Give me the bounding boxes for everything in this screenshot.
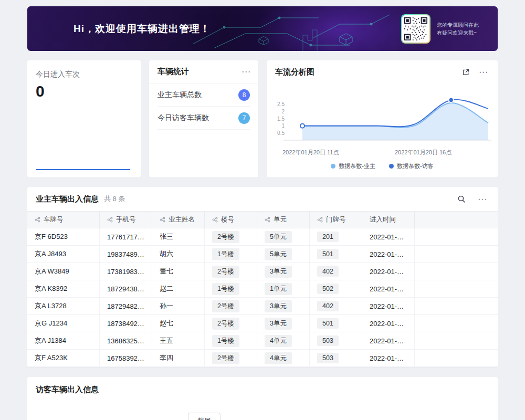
qr-caption-line2: 有疑问欢迎来戳~ xyxy=(437,29,479,37)
more-ellipsis-icon[interactable]: ⋯ xyxy=(242,67,251,76)
table-cell-empty xyxy=(415,263,498,280)
cell-tag: 402 xyxy=(317,301,339,311)
table-cell: 2022-01-… xyxy=(362,228,415,245)
cell-tag: 3单元 xyxy=(265,318,292,330)
table-cell: 16758392… xyxy=(100,350,152,366)
table-row: 京A L372818729482…孙一2号楼3单元4022022-01-… xyxy=(27,298,498,315)
x-axis-label-end: 2022年01月20日 16点 xyxy=(395,149,452,156)
owner-total-badge: 8 xyxy=(238,89,250,101)
table-cell: 京F A523K xyxy=(27,350,100,366)
legend-dot-icon xyxy=(331,164,335,169)
table-cell: 京A J8493 xyxy=(27,246,100,262)
welcome-banner: Hi，欢迎使用车辆进出管理！ 您的专属顾问在此 有疑问欢迎来戳~ xyxy=(27,6,498,51)
table-cell: 4单元 xyxy=(257,350,310,366)
table-cell: 501 xyxy=(310,246,362,262)
field-type-icon xyxy=(107,217,113,223)
table-cell: 2号楼 xyxy=(205,315,257,332)
owner-table-title: 业主车辆出入信息 xyxy=(36,194,99,204)
field-type-icon xyxy=(35,217,40,223)
chart-more-ellipsis-icon[interactable]: ⋯ xyxy=(478,66,489,78)
table-cell: 1单元 xyxy=(257,280,310,297)
consultant-qr-code[interactable] xyxy=(401,14,430,44)
table-row: 京A K839218729438…赵二1号楼1单元5022022-01-… xyxy=(27,280,498,298)
cell-tag: 501 xyxy=(317,249,339,259)
table-more-ellipsis-icon[interactable]: ⋯ xyxy=(477,193,488,205)
table-cell-empty xyxy=(415,350,498,366)
column-header-empty xyxy=(415,212,498,228)
legend-dot-icon xyxy=(389,164,394,169)
table-cell: 4单元 xyxy=(257,332,310,349)
table-cell: 17761717… xyxy=(100,228,152,245)
table-cell: 502 xyxy=(310,280,362,297)
y-tick-label: 2.5 xyxy=(277,101,285,107)
cell-tag: 5单元 xyxy=(265,248,292,260)
vehicle-stats-title: 车辆统计 xyxy=(158,67,189,77)
table-cell: 2022-01-… xyxy=(362,246,415,262)
column-header-label: 单元 xyxy=(274,215,287,224)
column-header-label: 门牌号 xyxy=(326,215,346,224)
table-cell-empty xyxy=(415,315,498,332)
stat-label: 今日访客车辆数 xyxy=(158,113,209,123)
cell-tag: 402 xyxy=(317,266,339,277)
table-cell: 张三 xyxy=(152,228,205,245)
column-header-label: 手机号 xyxy=(116,215,136,224)
visitor-vehicle-table-card: 访客车辆出入信息 截屏 xyxy=(27,377,498,420)
table-cell: 201 xyxy=(310,228,362,245)
column-header-label: 进入时间 xyxy=(370,215,396,224)
table-row: 京F 6D52317761717…张三2号楼5单元2012022-01-… xyxy=(27,228,498,246)
cell-tag: 502 xyxy=(317,284,339,294)
table-cell: 董七 xyxy=(152,263,205,280)
cell-tag: 2号楼 xyxy=(212,266,239,278)
table-cell: 京A W3849 xyxy=(27,263,100,280)
today-entries-label: 今日进入车次 xyxy=(36,70,80,79)
column-header-label: 楼号 xyxy=(221,215,234,224)
table-cell: 2号楼 xyxy=(205,263,257,280)
table-cell-empty xyxy=(415,298,498,314)
table-cell: 19837489… xyxy=(100,246,152,262)
table-cell: 赵七 xyxy=(152,315,205,332)
column-header: 门牌号 xyxy=(310,212,362,228)
table-cell: 5单元 xyxy=(257,228,310,245)
legend-label: 数据条数-业主 xyxy=(339,162,375,170)
table-cell: 3单元 xyxy=(257,315,310,332)
owner-vehicle-table-card: 业主车辆出入信息 共 8 条 ⋯ 车牌号手机号业主姓名楼号单元门牌号进入时间 京… xyxy=(27,187,498,367)
cell-tag: 1号楼 xyxy=(212,335,239,347)
table-cell: 503 xyxy=(310,332,362,349)
chart-legend: 数据条数-业主数据条数-访客 xyxy=(267,162,498,170)
cell-tag: 2号楼 xyxy=(212,352,239,364)
search-icon[interactable] xyxy=(456,193,467,205)
owner-table-body: 京F 6D52317761717…张三2号楼5单元2012022-01-…京A … xyxy=(27,228,498,367)
stat-item-visitor-today: 今日访客车辆数 7 xyxy=(158,107,250,130)
y-tick-label: 2 xyxy=(281,109,285,114)
cell-tag: 4单元 xyxy=(265,352,292,364)
cell-tag: 1号楼 xyxy=(212,283,239,295)
open-external-icon[interactable] xyxy=(460,66,471,78)
field-type-icon xyxy=(317,217,323,223)
vehicle-stats-card: 车辆统计 ⋯ 业主车辆总数 8 今日访客车辆数 7 xyxy=(149,60,258,177)
table-cell: 402 xyxy=(310,298,362,314)
table-row: 京F A523K16758392…李四2号楼4单元5032022-01-… xyxy=(27,350,498,367)
legend-item[interactable]: 数据条数-业主 xyxy=(331,162,375,170)
legend-item[interactable]: 数据条数-访客 xyxy=(389,162,434,170)
y-tick-label: 0.5 xyxy=(277,130,285,136)
column-header: 手机号 xyxy=(100,212,152,228)
field-type-icon xyxy=(265,217,270,223)
column-header: 单元 xyxy=(257,212,310,228)
table-cell: 17381983… xyxy=(100,263,152,280)
field-type-icon xyxy=(160,217,165,223)
table-cell: 1号楼 xyxy=(205,280,257,297)
cell-tag: 503 xyxy=(317,353,339,363)
y-tick-label: 1 xyxy=(281,123,285,129)
column-header: 业主姓名 xyxy=(152,212,205,228)
stat-label: 业主车辆总数 xyxy=(158,90,202,100)
table-cell-empty xyxy=(415,332,498,349)
cell-tag: 503 xyxy=(317,335,339,346)
start-point-marker xyxy=(300,124,304,128)
owner-table-header-row: 车牌号手机号业主姓名楼号单元门牌号进入时间 xyxy=(27,211,498,228)
table-cell: 13686325… xyxy=(100,332,152,349)
today-entries-sparkline xyxy=(36,169,130,170)
table-cell-empty xyxy=(415,280,498,297)
table-cell: 18729438… xyxy=(100,280,152,297)
visitor-section-button[interactable]: 截屏 xyxy=(188,413,220,420)
qr-pattern-icon xyxy=(404,17,427,40)
